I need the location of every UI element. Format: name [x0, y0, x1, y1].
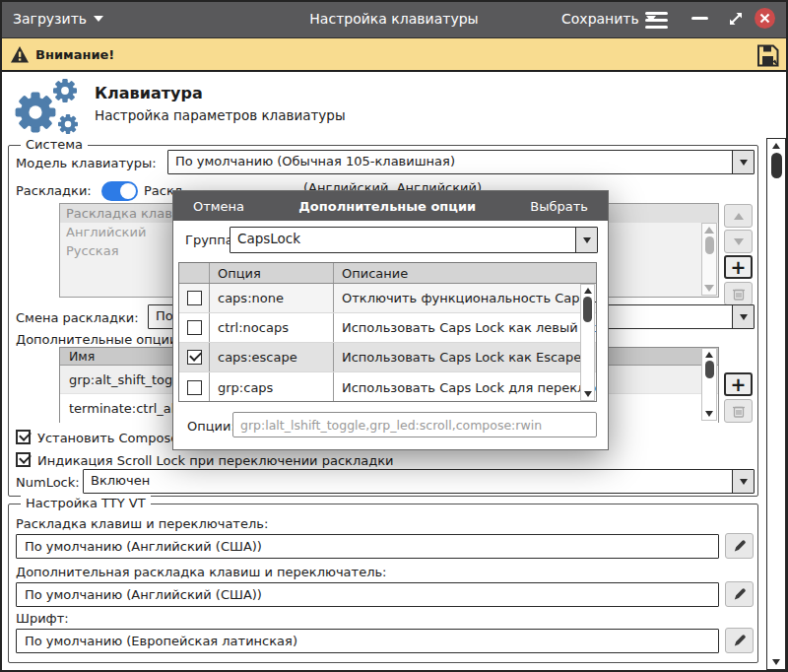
caret-down-icon — [740, 314, 748, 320]
maximize-button[interactable] — [727, 10, 745, 32]
row-checkbox[interactable] — [187, 350, 202, 365]
numlock-value: Включен — [84, 470, 732, 493]
edit-tty-alt-layout-button[interactable] — [725, 581, 754, 607]
scroll-thumb — [705, 236, 714, 254]
scroll-thumb[interactable] — [583, 297, 592, 322]
dialog-title: Дополнительные опции — [298, 199, 476, 214]
scroll-down-icon[interactable] — [705, 408, 713, 420]
table-row[interactable]: grp:caps Использовать Caps Lock для пере… — [179, 372, 596, 402]
triangle-down-icon — [734, 238, 744, 245]
tty-alt-layout-field: По умолчанию (Английский (США)) — [16, 582, 719, 607]
edit-tty-font-button[interactable] — [725, 628, 754, 653]
dialog-options-input[interactable] — [232, 412, 597, 437]
pencil-icon — [732, 586, 748, 602]
toggle-knob — [120, 183, 136, 199]
layouts-label: Раскладки: — [16, 183, 92, 198]
warning-bar: Внимание! — [0, 37, 788, 72]
dialog-options-label: Опции: — [187, 419, 235, 434]
dropdown-button[interactable] — [575, 228, 597, 252]
extra-options-label: Дополнительные опции: — [16, 332, 182, 347]
pencil-icon — [732, 538, 748, 554]
page-subtitle: Настройка параметров клавиатуры — [95, 107, 346, 123]
table-header-row: Опция Описание — [179, 263, 596, 284]
dialog-select-button[interactable]: Выбрать — [530, 199, 588, 214]
scroll-down-button[interactable] — [772, 655, 780, 669]
save-file-button[interactable] — [755, 42, 781, 73]
scroll-thumb[interactable] — [705, 361, 714, 378]
extra-options-dialog: Отмена Дополнительные опции Выбрать Груп… — [172, 190, 609, 450]
model-label: Модель клавиатуры: — [16, 156, 157, 170]
model-value: По умолчанию (Обычная 105-клавишная) — [168, 151, 732, 173]
description-cell: Использовать Caps Lock как Escape — [334, 343, 596, 371]
minus-icon — [691, 17, 708, 20]
switch-layout-label: Смена раскладки: — [16, 310, 139, 325]
close-button[interactable] — [755, 8, 775, 29]
scroll-down-icon — [704, 282, 714, 295]
row-checkbox[interactable] — [187, 380, 202, 395]
table-row-selected[interactable]: caps:escape Использовать Caps Lock как E… — [179, 343, 596, 372]
window-title: Настройка клавиатуры — [0, 0, 788, 37]
numlock-label: NumLock: — [16, 475, 80, 490]
triangle-up-icon — [772, 143, 780, 149]
dialog-cancel-button[interactable]: Отмена — [193, 199, 244, 214]
scroll-up-icon[interactable] — [705, 349, 713, 361]
option-cell: grp:caps — [210, 372, 334, 402]
numlock-combobox[interactable]: Включен — [83, 469, 755, 494]
move-up-button — [724, 204, 753, 228]
page-scrollbar[interactable] — [766, 138, 786, 670]
table-row[interactable]: caps:none Отключить функциональность Cap… — [179, 284, 596, 313]
scroll-lock-indicator-checkbox[interactable] — [16, 452, 31, 467]
plus-icon: + — [731, 375, 747, 394]
scroll-up-icon — [704, 224, 714, 236]
dialog-header: Отмена Дополнительные опции Выбрать — [173, 191, 608, 221]
compose-checkbox-label: Установить Compose — [37, 431, 178, 445]
page-title: Клавиатура — [95, 84, 203, 102]
add-layout-button[interactable]: + — [724, 255, 753, 279]
tty-group-legend: Настройка TTY VT — [21, 496, 151, 510]
caret-down-icon — [740, 160, 748, 166]
table-row[interactable]: ctrl:nocaps Использовать Caps Lock как л… — [179, 313, 596, 343]
tty-layout-field: По умолчанию (Английский (США)) — [16, 534, 719, 559]
trash-icon — [731, 286, 747, 302]
compose-checkbox[interactable] — [16, 430, 31, 444]
dropdown-button[interactable] — [732, 470, 754, 493]
minimize-button[interactable] — [691, 17, 708, 20]
delete-layout-button — [724, 282, 753, 305]
titlebar: Загрузить Настройка клавиатуры Сохранить — [0, 0, 788, 37]
option-cell: ctrl:nocaps — [210, 313, 334, 342]
scroll-down-icon[interactable] — [584, 388, 592, 400]
row-checkbox[interactable] — [187, 320, 202, 335]
edit-tty-layout-button[interactable] — [725, 533, 754, 559]
expand-arrows-icon — [727, 10, 745, 28]
dropdown-button[interactable] — [732, 151, 754, 173]
extra-options-scrollbar[interactable] — [701, 348, 717, 421]
option-cell: caps:escape — [210, 343, 334, 371]
delete-option-button — [724, 399, 753, 423]
scroll-thumb[interactable] — [771, 153, 782, 178]
model-combobox[interactable]: По умолчанию (Обычная 105-клавишная) — [167, 150, 755, 174]
add-option-button[interactable]: + — [724, 372, 753, 396]
move-down-button — [724, 230, 753, 253]
warning-triangle-icon — [10, 45, 30, 64]
group-combobox[interactable]: CapsLock — [230, 227, 598, 253]
scroll-up-icon[interactable] — [584, 285, 592, 297]
warning-label: Внимание! — [35, 47, 114, 62]
row-checkbox[interactable] — [187, 291, 202, 305]
layouts-toggle[interactable] — [101, 181, 138, 201]
dialog-table-scrollbar[interactable] — [580, 284, 595, 401]
save-menu-button[interactable]: Сохранить — [561, 0, 656, 37]
dropdown-button[interactable] — [732, 305, 754, 328]
column-header-description: Описание — [334, 263, 596, 283]
triangle-down-icon — [772, 659, 780, 665]
menu-button[interactable] — [645, 8, 668, 33]
tty-font-label: Шрифт: — [16, 611, 69, 626]
description-cell: Отключить функциональность Caps Lock — [334, 284, 596, 312]
system-group-legend: Система — [21, 137, 88, 152]
dialog-options-table: Опция Описание caps:none Отключить функц… — [178, 262, 597, 402]
scroll-up-button[interactable] — [772, 139, 780, 153]
layouts-list-scrollbar — [701, 223, 717, 296]
group-value: CapsLock — [230, 228, 575, 252]
caret-down-icon — [583, 237, 591, 243]
caret-down-icon — [740, 479, 748, 485]
keyboard-settings-window: Загрузить Настройка клавиатуры Сохранить — [0, 0, 788, 672]
